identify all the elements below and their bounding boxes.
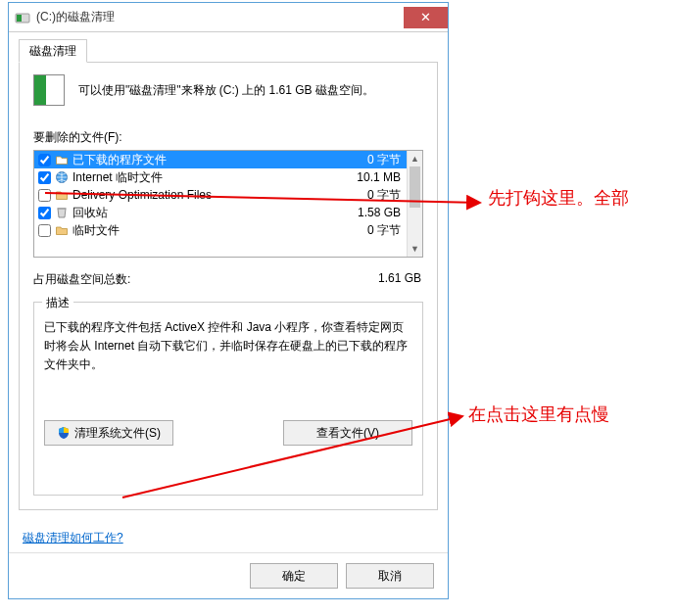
dialog-button-bar: 确定 取消 (9, 552, 448, 598)
annotation-click-hint: 在点击这里有点慢 (468, 403, 674, 427)
file-row-name: Delivery Optimization Files (72, 188, 367, 202)
tab-panel: 可以使用"磁盘清理"来释放 (C:) 上的 1.61 GB 磁盘空间。 要删除的… (19, 62, 438, 510)
total-row: 占用磁盘空间总数: 1.61 GB (33, 271, 423, 288)
scroll-thumb[interactable] (410, 166, 420, 208)
file-row-name: Internet 临时文件 (72, 169, 357, 186)
titlebar: (C:)的磁盘清理 ✕ (9, 3, 448, 32)
file-type-icon (55, 223, 69, 237)
scroll-track[interactable] (408, 166, 422, 241)
file-list: 已下载的程序文件0 字节Internet 临时文件10.1 MBDelivery… (33, 150, 423, 258)
intro-text: 可以使用"磁盘清理"来释放 (C:) 上的 1.61 GB 磁盘空间。 (78, 82, 374, 99)
intro-row: 可以使用"磁盘清理"来释放 (C:) 上的 1.61 GB 磁盘空间。 (33, 74, 423, 106)
files-to-delete-label: 要删除的文件(F): (33, 129, 423, 146)
window-title: (C:)的磁盘清理 (36, 9, 404, 25)
file-row-checkbox[interactable] (38, 154, 51, 166)
scroll-up-button[interactable]: ▲ (408, 151, 422, 166)
file-row-checkbox[interactable] (38, 207, 51, 219)
file-row-checkbox[interactable] (38, 171, 51, 184)
file-type-icon (55, 206, 69, 219)
file-row[interactable]: Internet 临时文件10.1 MB (34, 168, 422, 186)
description-text: 已下载的程序文件包括 ActiveX 控件和 Java 小程序，你查看特定网页时… (44, 318, 412, 408)
disk-cleanup-app-icon (15, 10, 30, 25)
file-type-icon (55, 188, 69, 202)
tab-disk-cleanup[interactable]: 磁盘清理 (19, 39, 87, 63)
file-list-scrollbar[interactable]: ▲ ▼ (407, 151, 422, 257)
file-row[interactable]: 临时文件0 字节 (34, 221, 422, 239)
svg-rect-3 (58, 208, 67, 210)
total-label: 占用磁盘空间总数: (33, 271, 378, 288)
file-row-name: 已下载的程序文件 (72, 152, 367, 168)
ok-button[interactable]: 确定 (250, 563, 338, 589)
description-legend: 描述 (42, 295, 73, 311)
how-does-disk-cleanup-work-link[interactable]: 磁盘清理如何工作? (23, 530, 123, 546)
shield-icon (57, 426, 71, 440)
close-icon: ✕ (420, 10, 431, 24)
file-row[interactable]: Delivery Optimization Files0 字节 (34, 186, 422, 204)
file-row[interactable]: 已下载的程序文件0 字节 (34, 151, 422, 168)
view-files-button[interactable]: 查看文件(V) (283, 420, 412, 446)
ok-label: 确定 (282, 568, 306, 585)
scroll-down-button[interactable]: ▼ (408, 241, 422, 257)
total-value: 1.61 GB (378, 271, 423, 288)
file-row[interactable]: 回收站1.58 GB (34, 204, 422, 221)
svg-rect-1 (17, 15, 22, 22)
cancel-label: 取消 (378, 568, 402, 585)
view-files-label: 查看文件(V) (316, 425, 379, 442)
annotation-checkbox-hint: 先打钩这里。全部 (488, 186, 664, 211)
disk-usage-icon (33, 74, 65, 106)
close-button[interactable]: ✕ (404, 7, 448, 28)
file-row-name: 临时文件 (72, 222, 367, 239)
disk-cleanup-dialog: (C:)的磁盘清理 ✕ 磁盘清理 可以使用"磁盘清理"来释放 (C:) 上的 1… (8, 2, 449, 599)
cancel-button[interactable]: 取消 (346, 563, 434, 589)
file-row-checkbox[interactable] (38, 224, 51, 237)
file-row-name: 回收站 (72, 205, 358, 221)
file-row-checkbox[interactable] (38, 189, 51, 202)
description-group: 描述 已下载的程序文件包括 ActiveX 控件和 Java 小程序，你查看特定… (33, 302, 423, 496)
clean-system-files-button[interactable]: 清理系统文件(S) (44, 420, 173, 446)
tab-strip: 磁盘清理 (19, 40, 448, 62)
clean-system-files-label: 清理系统文件(S) (74, 425, 161, 442)
file-type-icon (55, 153, 69, 166)
file-type-icon (55, 170, 69, 184)
